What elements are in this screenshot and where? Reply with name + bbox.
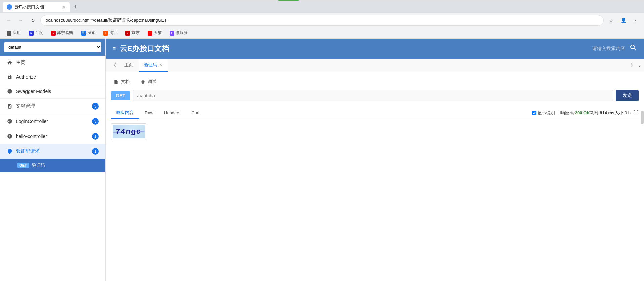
tianmao-icon: T [148, 31, 152, 36]
tab-title: 云E办接口文档 [15, 4, 57, 10]
bookmark-apps[interactable]: ⊞ 应用 [4, 29, 23, 37]
show-desc-checkbox[interactable] [532, 111, 536, 115]
sidebar: default 主页 Authorize [0, 39, 106, 281]
bookmark-jd[interactable]: J 京东 [123, 29, 142, 37]
tab-close-button[interactable]: ✕ [62, 4, 66, 10]
group-select[interactable]: default [4, 42, 101, 52]
browser-tab-active[interactable]: 云 云E办接口文档 ✕ [3, 2, 70, 12]
captcha-icon [7, 148, 13, 154]
api-method-badge: GET [111, 91, 130, 100]
sidebar-item-home-label: 主页 [16, 60, 99, 66]
fullscreen-button[interactable]: ⛶ [633, 110, 639, 116]
jd-icon: J [125, 31, 130, 36]
sidebar-nav: 主页 Authorize Swagger Models [0, 56, 105, 281]
resp-tab-curl-label: Curl [191, 110, 199, 115]
menu-icon[interactable]: ≡ [112, 45, 116, 52]
bookmark-button[interactable]: ☆ [606, 16, 616, 25]
resp-tab-headers-label: Headers [164, 110, 180, 115]
sidebar-item-hello-label: hello-controller [16, 134, 89, 139]
resp-tab-curl[interactable]: Curl [186, 108, 205, 119]
address-bar[interactable]: localhost:8888/doc.html#/default/验证码请求/c… [40, 15, 604, 26]
bookmark-taobao[interactable]: T 淘宝 [101, 29, 120, 37]
tab-captcha-close[interactable]: ✕ [159, 63, 162, 67]
login-icon [7, 118, 13, 124]
back-button[interactable]: ← [4, 16, 13, 25]
content-area: 文档 调试 GET 发送 响应内容 Raw [106, 72, 644, 281]
sidebar-sub-item-captcha[interactable]: GET 验证码 [0, 159, 105, 172]
bookmark-microservice-label: 微服务 [176, 30, 188, 36]
secondary-nav: 文档 调试 [111, 77, 639, 86]
sidebar-sub-captcha-label: 验证码 [32, 162, 45, 168]
sidebar-item-captcha[interactable]: 验证码请求 1 [0, 144, 105, 159]
more-tabs-button[interactable]: 》 [631, 62, 635, 68]
bookmark-search-label: 搜索 [87, 30, 95, 36]
expand-button[interactable]: ⌄ [638, 63, 641, 68]
apps-icon: ⊞ [7, 31, 11, 36]
collapse-left-button[interactable]: 《 [108, 60, 119, 70]
response-content-area: 74ngc [111, 123, 639, 140]
bookmark-baidu[interactable]: B 百度 [26, 29, 46, 37]
sidebar-item-hello[interactable]: hello-controller 1 [0, 129, 105, 144]
sidebar-header: default [0, 39, 105, 56]
login-badge: 3 [92, 118, 99, 125]
loading-bar [0, 0, 644, 1]
search-button[interactable] [629, 44, 637, 54]
sidebar-item-login-label: LoginController [16, 119, 89, 124]
bookmark-search[interactable]: 🔍 搜索 [78, 29, 98, 37]
sidebar-item-login[interactable]: LoginController 3 [0, 114, 105, 129]
sidebar-item-doc-mgmt[interactable]: 文档管理 3 [0, 99, 105, 114]
bookmark-suning[interactable]: S 苏宁易购 [48, 29, 76, 37]
response-status: 响应码:200 OK耗时:814 ms大小:0 b [560, 110, 631, 116]
sidebar-item-captcha-label: 验证码请求 [16, 148, 89, 154]
nav-debug-button[interactable]: 调试 [138, 77, 159, 86]
browser-chrome: 云 云E办接口文档 ✕ + ← → ↻ localhost:8888/doc.h… [0, 0, 644, 39]
browser-actions: ☆ 👤 ⋮ [606, 16, 640, 25]
hello-badge: 1 [92, 133, 99, 140]
tab-favicon: 云 [7, 4, 12, 10]
sidebar-item-swagger-label: Swagger Models [16, 89, 99, 94]
scrollbar-track[interactable] [641, 111, 644, 178]
url-text: localhost:8888/doc.html#/default/验证码请求/c… [45, 17, 599, 23]
show-desc-label[interactable]: 显示说明 [532, 110, 555, 116]
lock-icon [7, 74, 13, 80]
sidebar-item-authorize[interactable]: Authorize [0, 70, 105, 84]
baidu-icon: B [29, 31, 34, 36]
sidebar-item-home[interactable]: 主页 [0, 56, 105, 70]
bookmarks-bar: ⊞ 应用 B 百度 S 苏宁易购 🔍 搜索 T 淘宝 J 京东 T 天猫 F [0, 28, 644, 39]
get-method-label: GET [17, 163, 29, 168]
resp-tab-content[interactable]: 响应内容 [111, 107, 139, 119]
tab-captcha[interactable]: 验证码 ✕ [139, 59, 168, 72]
tab-home-label: 主页 [124, 62, 133, 68]
bookmark-jd-label: 京东 [131, 30, 140, 36]
forward-button[interactable]: → [16, 16, 25, 25]
svg-point-0 [7, 89, 12, 93]
browser-tab-bar: 云 云E办接口文档 ✕ + [0, 1, 644, 13]
scrollbar-thumb[interactable] [641, 111, 644, 124]
bookmark-baidu-label: 百度 [35, 30, 43, 36]
captcha-badge: 1 [92, 148, 99, 155]
nav-docs-button[interactable]: 文档 [111, 77, 132, 86]
profile-button[interactable]: 👤 [619, 16, 628, 25]
sidebar-item-swagger-models[interactable]: Swagger Models [0, 84, 105, 99]
app-header: ≡ 云E办接口文档 请输入搜索内容 [106, 39, 644, 59]
api-path-input[interactable] [133, 90, 613, 101]
taobao-icon: T [103, 31, 108, 36]
resp-tab-raw-label: Raw [145, 110, 153, 115]
app-layout: default 主页 Authorize [0, 39, 644, 281]
search-bookmark-icon: 🔍 [81, 31, 86, 36]
home-icon [7, 60, 13, 66]
menu-button[interactable]: ⋮ [631, 16, 640, 25]
search-placeholder-text: 请输入搜索内容 [592, 46, 625, 52]
tabs-right-buttons: 》 ⌄ [631, 62, 641, 68]
bookmark-tianmao[interactable]: T 天猫 [145, 29, 164, 37]
refresh-button[interactable]: ↻ [28, 16, 38, 25]
show-desc-text: 显示说明 [538, 110, 555, 116]
new-tab-button[interactable]: + [71, 2, 80, 12]
bookmark-apps-label: 应用 [13, 30, 21, 36]
bookmark-microservice[interactable]: F 微服务 [167, 29, 191, 37]
resp-tab-raw[interactable]: Raw [139, 108, 159, 119]
resp-tab-headers[interactable]: Headers [159, 108, 186, 119]
tab-home[interactable]: 主页 [119, 59, 139, 72]
loading-progress [278, 0, 299, 1]
send-button[interactable]: 发送 [616, 90, 639, 101]
